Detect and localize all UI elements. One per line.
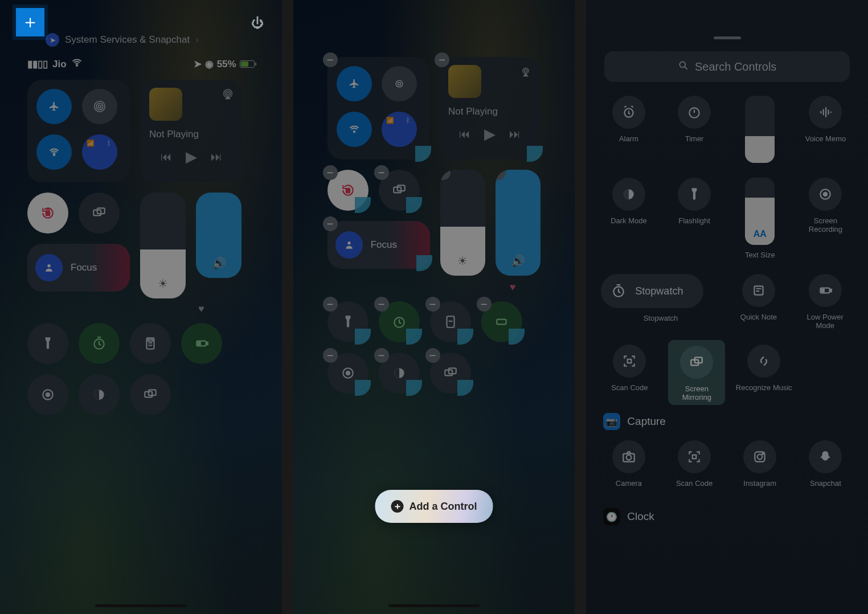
screen-recording-toggle[interactable] (27, 374, 68, 415)
wifi-toggle[interactable] (36, 134, 72, 170)
remove-icon[interactable]: − (374, 297, 389, 312)
control-dark-mode[interactable]: Dark Mode (601, 173, 656, 269)
search-controls-field[interactable]: Search Controls (604, 51, 850, 82)
focus-tile-edit[interactable]: − Focus (327, 221, 430, 269)
resize-handle[interactable] (406, 380, 422, 396)
control-instagram[interactable]: Instagram (732, 436, 788, 498)
airplane-icon[interactable] (36, 89, 72, 124)
control-timer[interactable]: Timer (667, 91, 722, 173)
connectivity-tile[interactable]: 📶 ᛒ (27, 80, 130, 182)
brightness-slider[interactable]: ☀ (140, 193, 186, 298)
flashlight-edit[interactable]: − (327, 301, 369, 342)
flashlight-toggle[interactable] (27, 323, 68, 364)
control-stopwatch[interactable]: Stopwatch Stopwatch (601, 269, 720, 333)
next-track-icon[interactable]: ⏭ (211, 150, 222, 163)
control-camera[interactable]: Camera (601, 436, 656, 498)
airdrop-icon[interactable] (82, 89, 117, 124)
power-icon[interactable]: ⏻ (251, 16, 264, 31)
timer-edit[interactable]: − (379, 301, 420, 342)
volume-slider[interactable]: 🔊 (196, 193, 241, 278)
remove-icon[interactable]: − (323, 165, 338, 180)
dark-mode-edit[interactable]: − (379, 353, 420, 394)
resize-handle[interactable] (355, 329, 371, 345)
resize-handle[interactable] (355, 197, 371, 213)
control-text-size[interactable]: AA Text Size (732, 173, 788, 269)
control-recognize-music[interactable]: Recognize Music (735, 340, 792, 405)
dark-mode-toggle[interactable] (79, 374, 120, 415)
prev-track-icon[interactable]: ⏮ (161, 150, 172, 163)
section-capture: 📷 Capture (601, 413, 853, 430)
play-icon[interactable]: ▶ (186, 148, 197, 166)
resize-handle[interactable] (457, 380, 473, 396)
remove-icon[interactable]: − (323, 297, 338, 312)
screen-mirroring-toggle[interactable] (79, 193, 120, 234)
screen-mirroring-edit[interactable]: − (379, 170, 420, 211)
resize-handle[interactable] (527, 146, 543, 162)
wifi-icon (337, 112, 372, 147)
resize-handle[interactable] (509, 329, 525, 345)
remove-icon[interactable] (440, 170, 451, 180)
resize-handle[interactable] (406, 329, 422, 345)
add-a-control-button[interactable]: ＋ Add a Control (375, 490, 493, 523)
control-alarm[interactable]: Alarm (601, 91, 656, 173)
control-quick-note[interactable]: Quick Note (731, 269, 787, 331)
breadcrumb[interactable]: ➤ System Services & Snapchat › (46, 33, 199, 47)
resize-handle[interactable] (416, 255, 432, 271)
focus-tile[interactable]: Focus (27, 244, 130, 292)
timer-icon (678, 96, 711, 129)
calculator-edit[interactable]: − (430, 301, 471, 342)
volume-icon: 🔊 (196, 256, 241, 270)
control-screen-recording[interactable]: Screen Recording (798, 173, 853, 269)
remove-icon[interactable]: − (323, 348, 338, 363)
connectivity-tile-edit[interactable]: − 📶ᛒ (327, 57, 429, 159)
low-power-edit[interactable]: − (481, 301, 522, 342)
home-indicator[interactable] (388, 604, 480, 607)
svg-point-28 (525, 69, 527, 72)
resize-handle[interactable] (355, 380, 371, 396)
remove-icon[interactable]: − (374, 165, 389, 180)
svg-point-67 (758, 455, 763, 460)
brightness-slider-edit[interactable]: ☀ (440, 170, 485, 276)
control-snapchat[interactable]: Snapchat (798, 436, 853, 498)
calculator-toggle[interactable] (130, 323, 171, 364)
volume-slider-edit[interactable]: − 🔊 (496, 170, 541, 276)
airplay-icon[interactable] (222, 89, 234, 103)
remove-icon[interactable]: − (435, 52, 449, 67)
screen-mirror-edit-2[interactable]: − (430, 353, 471, 394)
remove-icon[interactable]: − (323, 216, 338, 231)
control-low-power[interactable]: Low Power Mode (797, 269, 853, 340)
home-indicator[interactable] (95, 604, 186, 607)
remove-icon[interactable]: − (425, 348, 440, 363)
resize-handle[interactable] (415, 146, 431, 162)
control-voice-memo[interactable]: Voice Memo (798, 91, 853, 173)
remove-icon[interactable]: − (477, 297, 492, 312)
media-tile-edit[interactable]: − Not Playing ⏮ ▶ ⏭ (439, 57, 541, 159)
control-scan-code-2[interactable]: Scan Code (667, 436, 722, 498)
screen-recording-edit[interactable]: − (327, 353, 369, 394)
camera-icon (612, 440, 645, 473)
media-tile[interactable]: Not Playing ⏮ ▶ ⏭ (140, 80, 243, 182)
remove-icon[interactable]: − (374, 348, 389, 363)
svg-rect-60 (628, 359, 632, 363)
svg-rect-37 (497, 320, 506, 325)
brightness-cell[interactable] (732, 91, 788, 173)
control-scan-code[interactable]: Scan Code (601, 340, 658, 405)
bluetooth-cell-tile[interactable]: 📶 ᛒ (82, 134, 117, 170)
svg-rect-30 (346, 189, 350, 193)
control-flashlight[interactable]: Flashlight (667, 173, 722, 269)
carrier-label: Jio (52, 59, 67, 70)
remove-icon[interactable]: − (323, 52, 338, 67)
add-control-button[interactable]: ＋ (16, 8, 44, 36)
qr-icon (678, 440, 711, 473)
control-screen-mirroring-highlight[interactable]: Screen Mirroring (668, 340, 725, 405)
screen-mirror-toggle-2[interactable] (130, 374, 171, 415)
not-playing-label: Not Playing (448, 106, 531, 117)
remove-icon[interactable]: − (425, 297, 440, 312)
timer-toggle[interactable] (79, 323, 120, 364)
resize-handle[interactable] (457, 329, 473, 345)
sheet-grabber[interactable] (714, 36, 741, 39)
rotation-lock-toggle[interactable] (27, 193, 68, 234)
low-power-toggle[interactable] (181, 323, 222, 364)
rotation-lock-edit[interactable]: − (327, 170, 369, 211)
resize-handle[interactable] (406, 197, 422, 213)
